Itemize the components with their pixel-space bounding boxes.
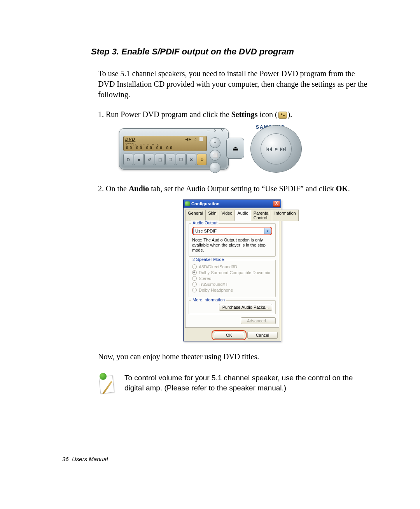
toolbar-btn-5[interactable]: ❐ [176,154,186,165]
step-2-line: 2. On the Audio tab, set the Audio Outpu… [98,184,370,194]
page-footer: 36 Users Manual [62,456,108,462]
toolbar-btn-3[interactable]: ⬚ [155,154,165,165]
toolbar-btn-2[interactable]: ↺ [144,154,154,165]
tip-text: To control volume for your 5.1 channel s… [124,373,373,394]
side-btn-mid[interactable]: ⬜ [210,150,220,161]
player-side-buttons: + ⬜ – [210,137,221,173]
side-btn-plus[interactable]: + [210,137,220,148]
radio-icon [192,288,197,292]
counter-values: 00 00 00 00 00 [126,146,174,150]
footer-page-number: 36 [62,456,69,462]
purchase-audio-packs-button[interactable]: Purchase Audio Packs... [219,304,272,311]
step-heading: Step 3. Enable S/PDIF output on the DVD … [91,47,373,57]
tab-audio[interactable]: Audio [234,210,251,221]
radio-icon [192,264,197,269]
tip-row: To control volume for your 5.1 channel s… [98,373,373,395]
step1-tail: ). [288,110,292,119]
toolbar-btn-6[interactable]: ✖ [186,154,196,165]
step1-suffix: icon ( [258,110,278,119]
intro-paragraph: To use 5.1 channel speakers, you need to… [98,68,370,100]
radio-icon [192,282,197,287]
tab-parental-control[interactable]: Parental Control [251,210,272,221]
screen-counters: TITLE CH H M S 00 00 00 00 00 [126,143,174,150]
group-more-information: More Information Purchase Audio Packs... [189,300,276,314]
footer-label: Users Manual [72,456,108,462]
step2-audio-word: Audio [129,184,149,193]
audio-output-select[interactable]: Use SPDIF [193,228,264,234]
dialog-title-text: Configuration [191,201,219,206]
group-label-speaker-mode: 2 Speaker Mode [191,257,225,262]
radio-dolby-downmix[interactable]: Dolby Surround Compatible Downmix [192,270,272,275]
radio-dolby-headphone[interactable]: Dolby Headphone [192,288,272,292]
audio-output-select-highlight: Use SPDIF ▼ [192,227,272,235]
ok-highlight-ring: OK [214,332,244,339]
dvd-logo: DVD [125,137,135,142]
tab-general[interactable]: General [185,210,206,221]
group-label-more-info: More Information [191,297,226,302]
radio-label: Dolby Headphone [199,288,233,292]
toolbar-btn-0[interactable]: D [123,154,133,165]
player-lcd-screen: DVD VIDEO ◀▶ ♫ ⬜ TITLE CH H M S 00 00 00… [123,136,207,151]
jog-dial[interactable]: ⏮ ▶ ⏭ [250,125,302,173]
step2-prefix: 2. On the [98,184,129,193]
audio-output-note: Note: The Audio Output option is only av… [192,238,272,253]
chevron-down-icon[interactable]: ▼ [264,228,271,234]
step2-mid: tab, set the Audio Output setting to “Us… [149,184,336,193]
group-speaker-mode: 2 Speaker Mode A3D/DirectSound3D Dolby S… [189,260,276,297]
note-icon [98,373,116,395]
dialog-app-icon [185,201,190,206]
radio-label: A3D/DirectSound3D [199,264,237,269]
eject-button[interactable]: ⏏ [226,138,244,159]
jog-inner-controls[interactable]: ⏮ ▶ ⏭ [261,133,292,164]
dialog-tabstrip: General Skin Video Audio Parental Contro… [185,209,279,221]
radio-label: Stereo [199,276,211,281]
screen-status-icons: ◀▶ ♫ ⬜ [185,137,204,141]
radio-trusurround[interactable]: TruSurroundXT [192,282,272,287]
step1-settings-word: Settings [231,110,258,119]
tab-skin[interactable]: Skin [205,210,219,221]
tab-video[interactable]: Video [219,210,235,221]
side-btn-minus[interactable]: – [210,162,220,173]
toolbar-btn-1[interactable]: ■ [134,154,144,165]
step2-tail: . [348,184,350,193]
dialog-titlebar: Configuration X [184,200,281,208]
player-toolbar: D ■ ↺ ⬚ ❐ ❐ ✖ ⚙ [123,154,207,165]
powerdvd-player-graphic: SAMSUNG – × ? DVD VIDEO ◀▶ ♫ ⬜ TITLE CH … [119,125,306,176]
radio-label: TruSurroundXT [199,282,228,287]
tab-body-audio: Audio Output Use SPDIF ▼ Note: The Audio… [185,221,279,328]
cancel-button[interactable]: Cancel [247,332,278,339]
toolbar-btn-4[interactable]: ❐ [165,154,175,165]
step-1-line: 1. Run Power DVD program and click the S… [98,109,370,120]
radio-label: Dolby Surround Compatible Downmix [199,270,270,275]
radio-a3d[interactable]: A3D/DirectSound3D [192,264,272,269]
radio-icon [192,276,197,281]
close-icon[interactable]: X [273,201,280,207]
step2-ok-word: OK [336,184,348,193]
conclusion-line: Now, you can enjoy home theater using DV… [98,352,373,361]
group-audio-output: Audio Output Use SPDIF ▼ Note: The Audio… [189,223,276,257]
group-label-audio-output: Audio Output [191,220,219,225]
ok-button[interactable]: OK [214,332,244,339]
step1-prefix: 1. Run Power DVD program and click the [98,110,231,119]
radio-stereo[interactable]: Stereo [192,276,272,281]
toolbar-settings-button[interactable]: ⚙ [197,154,207,165]
player-main-panel: – × ? DVD VIDEO ◀▶ ♫ ⬜ TITLE CH H M S 00… [119,128,229,170]
eject-icon: ⏏ [233,145,238,152]
settings-icon [278,112,287,119]
radio-icon [192,270,197,275]
advanced-button[interactable]: Advanced... [241,317,276,324]
configuration-dialog: Configuration X General Skin Video Audio… [183,199,281,341]
player-window-controls[interactable]: – × ? [207,128,225,133]
tab-information[interactable]: Information [272,210,299,221]
dialog-button-row: OK Cancel [184,329,281,341]
